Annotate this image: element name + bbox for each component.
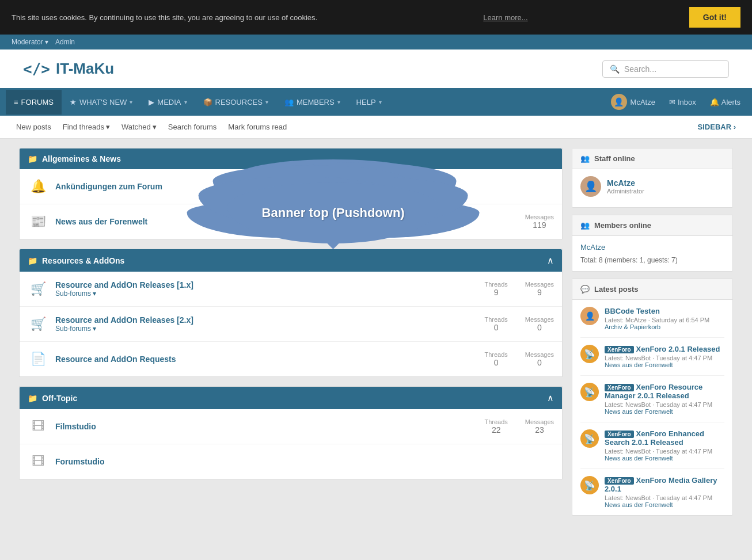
- search-box[interactable]: 🔍 Search...: [602, 60, 729, 78]
- latest-forum-xfmg201[interactable]: News aus der Forenwelt: [605, 501, 724, 508]
- forum-row-releases-1x: 🛒 Resource and AddOn Releases [1.x] Sub-…: [20, 272, 562, 307]
- latest-forum-xf201[interactable]: News aus der Forenwelt: [605, 361, 724, 368]
- sub-nav-watched[interactable]: Watched ▾: [117, 120, 161, 134]
- latest-post-xfes201: 📡 XenForoXenForo Enhanced Search 2.0.1 R…: [580, 429, 724, 469]
- latest-meta-bbcode: Latest: McAtze · Saturday at 6:54 PM: [605, 317, 724, 323]
- latest-avatar-rss-1: 📡: [580, 345, 599, 363]
- category-offtopic: 📁 Off-Topic ∧ 🎞 Filmstudio Threads 22 Me…: [19, 386, 563, 479]
- forum-stats-requests: Threads 0 Messages 0: [485, 351, 554, 367]
- latest-meta-xfes201: Latest: NewsBot · Tuesday at 4:47 PM: [605, 448, 724, 455]
- forum-icon-film: 🎞: [28, 416, 48, 437]
- nav-resources-label: RESOURCES: [215, 98, 263, 106]
- forum-stats-releases-1x: Threads 9 Messages 9: [485, 281, 554, 297]
- site-logo[interactable]: </> IT-MaKu: [23, 60, 114, 78]
- learn-more-link[interactable]: Learn more...: [483, 13, 527, 22]
- latest-avatar-rss-2: 📡: [580, 383, 599, 401]
- stat-threads-1x: Threads 9: [485, 281, 508, 297]
- latest-title-xfmg201[interactable]: XenForoXenForo Media Gallery 2.0.1: [605, 476, 724, 493]
- nav-forums[interactable]: ≡ FORUMS: [6, 90, 62, 115]
- category-allgemeines-header: 📁 Allgemeines & News: [20, 148, 562, 169]
- sidebar: 👥 Staff online 👤 McAtze Administrator 👥 …: [572, 148, 733, 523]
- resources-caret: ▾: [265, 99, 268, 105]
- latest-forum-xfrm201[interactable]: News aus der Forenwelt: [605, 408, 724, 415]
- stat-messages-1x: Messages 9: [525, 281, 554, 297]
- forum-info-ankuendigungen: Ankündigungen zum Forum: [55, 182, 554, 191]
- latest-forum-bbcode[interactable]: Archiv & Papierkorb: [605, 323, 724, 330]
- forum-info-forumstudio: Forumstudio: [55, 457, 554, 466]
- latest-title-xfrm201[interactable]: XenForoXenForo Resource Manager 2.0.1 Re…: [605, 383, 724, 400]
- nav-inbox-button[interactable]: ✉ Inbox: [663, 92, 702, 112]
- nav-user-profile[interactable]: 👤 McAtze: [605, 88, 661, 116]
- latest-meta-xf201: Latest: NewsBot · Tuesday at 4:47 PM: [605, 355, 724, 361]
- content-area: Banner top (Pushdown) 📁 Allgemeines & Ne…: [7, 139, 745, 532]
- top-nav-admin[interactable]: Admin: [55, 38, 75, 46]
- nav-resources[interactable]: 📦 RESOURCES ▾: [195, 90, 276, 115]
- sub-nav-search-forums[interactable]: Search forums: [164, 120, 222, 134]
- forum-name-ankuendigungen[interactable]: Ankündigungen zum Forum: [55, 182, 554, 191]
- latest-title-xfes201[interactable]: XenForoXenForo Enhanced Search 2.0.1 Rel…: [605, 429, 724, 447]
- forum-name-filmstudio[interactable]: Filmstudio: [55, 422, 478, 431]
- latest-title-bbcode[interactable]: BBCode Testen: [605, 307, 724, 315]
- forum-name-news[interactable]: News aus der Forenwelt: [55, 217, 518, 226]
- resources-icon: 📦: [203, 98, 212, 106]
- forum-name-requests[interactable]: Resource and AddOn Requests: [55, 355, 478, 364]
- folder-icon: 📁: [28, 154, 37, 163]
- forum-icon-cart-2x: 🛒: [28, 314, 48, 334]
- nav-members[interactable]: 👥 MEMBERS ▾: [276, 90, 348, 115]
- latest-title-xf201[interactable]: XenForoXenForo 2.0.1 Released: [605, 345, 724, 353]
- cookie-accept-button[interactable]: Got it!: [689, 7, 740, 28]
- sidebar-toggle-link[interactable]: SIDEBAR ›: [693, 120, 740, 134]
- alerts-icon: 🔔: [710, 98, 719, 106]
- forum-main-content: Banner top (Pushdown) 📁 Allgemeines & Ne…: [19, 148, 563, 523]
- latest-posts-icon: 💬: [580, 285, 590, 294]
- help-caret: ▾: [379, 99, 382, 105]
- watched-caret: ▾: [153, 123, 157, 131]
- staff-info-mcatze: McAtze Administrator: [607, 178, 644, 195]
- stat-threads-2x: Threads 0: [485, 316, 508, 332]
- forums-icon: ≡: [14, 98, 18, 106]
- category-allgemeines-title: 📁 Allgemeines & News: [28, 154, 121, 163]
- forum-name-releases-1x[interactable]: Resource and AddOn Releases [1.x]: [55, 280, 478, 289]
- latest-posts-title: Latest posts: [594, 285, 639, 294]
- stat-threads-requests: Threads 0: [485, 351, 508, 367]
- latest-meta-xfmg201: Latest: NewsBot · Tuesday at 4:47 PM: [605, 494, 724, 501]
- category-resources-toggle[interactable]: ∧: [547, 255, 554, 266]
- category-allgemeines: 📁 Allgemeines & News 🔔 Ankündigungen zum…: [19, 148, 563, 239]
- latest-forum-xfes201[interactable]: News aus der Forenwelt: [605, 455, 724, 462]
- nav-help[interactable]: HELP ▾: [348, 90, 390, 115]
- forum-row-filmstudio: 🎞 Filmstudio Threads 22 Messages 23: [20, 409, 562, 444]
- top-nav-moderator[interactable]: Moderator ▾: [12, 38, 48, 46]
- staff-avatar-mcatze: 👤: [580, 176, 601, 197]
- latest-content-bbcode: BBCode Testen Latest: McAtze · Saturday …: [605, 307, 724, 330]
- category-offtopic-header: 📁 Off-Topic ∧: [20, 387, 562, 409]
- category-offtopic-toggle[interactable]: ∧: [547, 393, 554, 403]
- staff-role-mcatze: Administrator: [607, 188, 644, 195]
- category-offtopic-title: 📁 Off-Topic: [28, 394, 77, 403]
- user-avatar: 👤: [611, 94, 627, 110]
- sub-nav-mark-read[interactable]: Mark forums read: [223, 120, 291, 134]
- staff-online-body: 👤 McAtze Administrator: [572, 169, 732, 207]
- category-resources: 📁 Resources & AddOns ∧ 🛒 Resource and Ad…: [19, 249, 563, 377]
- staff-name-mcatze[interactable]: McAtze: [607, 178, 644, 188]
- forum-subforums-1x[interactable]: Sub-forums ▾: [55, 289, 478, 298]
- member-online-mcatze[interactable]: McAtze: [580, 243, 724, 252]
- sub-nav-new-posts[interactable]: New posts: [12, 120, 56, 134]
- staff-online-title: Staff online: [594, 154, 635, 163]
- forum-name-forumstudio[interactable]: Forumstudio: [55, 457, 554, 466]
- forum-icon-requests: 📄: [28, 349, 48, 369]
- nav-media[interactable]: ▶ MEDIA ▾: [140, 90, 195, 115]
- nav-whats-new[interactable]: ★ WHAT'S NEW ▾: [62, 90, 140, 115]
- stat-messages-filmstudio: Messages 23: [525, 418, 554, 435]
- members-icon: 👥: [580, 221, 590, 230]
- latest-content-xfes201: XenForoXenForo Enhanced Search 2.0.1 Rel…: [605, 429, 724, 462]
- latest-content-xf201: XenForoXenForo 2.0.1 Released Latest: Ne…: [605, 345, 724, 368]
- forum-stats-releases-2x: Threads 0 Messages 0: [485, 316, 554, 332]
- latest-post-xfrm201: 📡 XenForoXenForo Resource Manager 2.0.1 …: [580, 383, 724, 422]
- nav-alerts-button[interactable]: 🔔 Alerts: [704, 92, 746, 112]
- forum-name-releases-2x[interactable]: Resource and AddOn Releases [2.x]: [55, 315, 478, 325]
- forum-stats-filmstudio: Threads 22 Messages 23: [485, 418, 554, 435]
- sub-navigation: New posts Find threads ▾ Watched ▾ Searc…: [0, 116, 752, 139]
- forum-subforums-2x[interactable]: Sub-forums ▾: [55, 325, 478, 333]
- sub-nav-find-threads[interactable]: Find threads ▾: [58, 120, 115, 134]
- latest-avatar-rss-3: 📡: [580, 429, 599, 448]
